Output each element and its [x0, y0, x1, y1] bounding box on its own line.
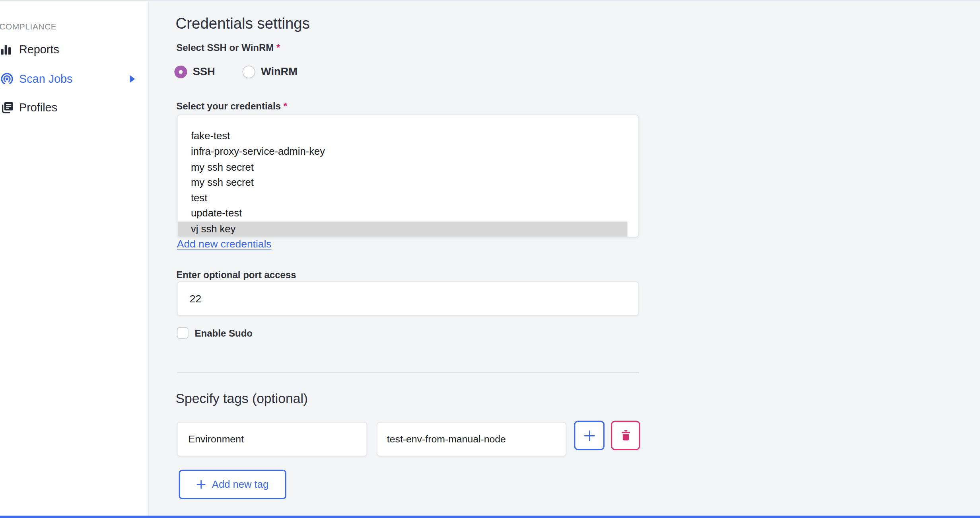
ssh-radio-label: SSH	[193, 66, 215, 78]
enable-sudo-checkbox[interactable]	[177, 327, 188, 338]
enable-sudo-label: Enable Sudo	[195, 328, 253, 339]
sidebar-item-profiles[interactable]: Profiles	[0, 99, 148, 116]
credential-option-selected[interactable]: vj ssh key	[177, 221, 627, 237]
sidebar-item-scan-jobs[interactable]: Scan Jobs	[0, 71, 148, 88]
protocol-field-label: Select SSH or WinRM *	[176, 42, 280, 54]
winrm-radio[interactable]	[243, 66, 255, 78]
port-input[interactable]	[177, 281, 639, 315]
credential-option[interactable]: update-test	[177, 206, 627, 222]
sidebar-item-label: Scan Jobs	[19, 72, 73, 86]
credential-option[interactable]: test	[177, 191, 627, 206]
sidebar-item-label: Profiles	[19, 101, 57, 115]
add-new-tag-button[interactable]: Add new tag	[179, 470, 286, 499]
required-asterisk: *	[284, 101, 287, 111]
ssh-radio[interactable]	[174, 66, 187, 78]
credential-option[interactable]: my ssh secret	[177, 160, 627, 175]
chevron-right-icon	[130, 75, 135, 83]
scan-icon	[1, 72, 14, 85]
tag-key-input[interactable]	[177, 422, 367, 456]
add-new-tag-label: Add new tag	[212, 479, 268, 490]
credential-option[interactable]: infra-proxy-service-admin-key	[177, 144, 627, 160]
credential-option[interactable]: fake-test	[177, 129, 627, 144]
bar-chart-icon	[1, 45, 12, 55]
required-asterisk: *	[276, 42, 280, 53]
bottom-accent-bar	[0, 516, 980, 518]
sidebar-item-label: Reports	[19, 43, 59, 56]
winrm-radio-label: WinRM	[261, 66, 298, 78]
credentials-settings-page: COMPLIANCE Reports Scan Jobs	[0, 0, 980, 518]
sidebar-item-reports[interactable]: Reports	[0, 41, 148, 58]
page-title: Credentials settings	[176, 14, 310, 33]
add-tag-row-button[interactable]	[574, 421, 605, 450]
sidebar-section-label: COMPLIANCE	[0, 21, 56, 31]
plus-icon	[584, 430, 595, 441]
tags-section-title: Specify tags (optional)	[176, 389, 308, 407]
plus-icon	[196, 480, 205, 489]
add-new-credentials-link[interactable]: Add new credentials	[177, 238, 272, 250]
section-divider	[177, 372, 639, 373]
compliance-sidebar: COMPLIANCE Reports Scan Jobs	[0, 1, 149, 515]
profiles-icon	[1, 102, 14, 114]
port-field-label: Enter optional port access	[176, 269, 296, 281]
credentials-field-label: Select your credentials *	[176, 101, 287, 112]
credential-option[interactable]: my ssh secret	[177, 175, 627, 191]
trash-icon	[621, 430, 630, 441]
delete-tag-row-button[interactable]	[611, 421, 640, 450]
protocol-radio-group: SSH WinRM	[174, 66, 297, 78]
credentials-listbox[interactable]: fake-test infra-proxy-service-admin-key …	[177, 115, 639, 238]
tag-value-input[interactable]	[377, 422, 566, 456]
